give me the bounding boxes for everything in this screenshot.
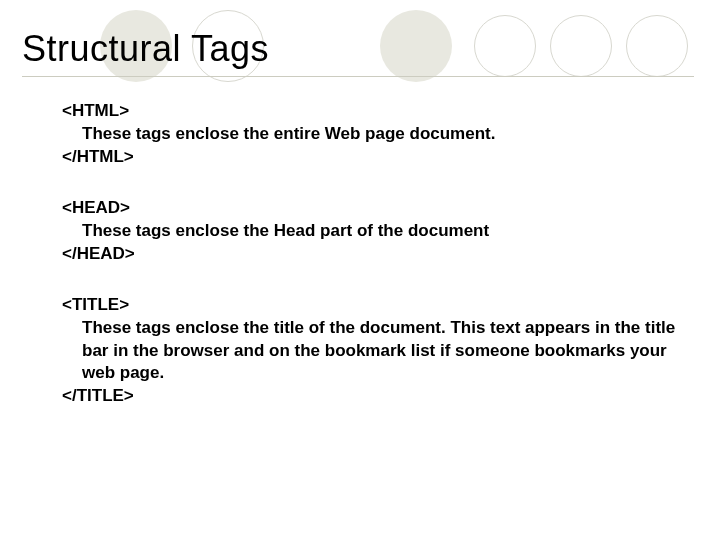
tag-description: These tags enclose the title of the docu…: [62, 317, 682, 386]
tag-block: <HEAD> These tags enclose the Head part …: [62, 197, 682, 266]
title-underline: [22, 76, 694, 77]
tag-description: These tags enclose the entire Web page d…: [62, 123, 682, 146]
tag-block: <TITLE> These tags enclose the title of …: [62, 294, 682, 409]
tag-close: </HEAD>: [62, 243, 682, 266]
tag-open: <HTML>: [62, 100, 682, 123]
decoration-circle: [380, 10, 452, 82]
tag-open: <HEAD>: [62, 197, 682, 220]
tag-close: </HTML>: [62, 146, 682, 169]
decoration-circle: [550, 15, 612, 77]
tag-close: </TITLE>: [62, 385, 682, 408]
tag-block: <HTML> These tags enclose the entire Web…: [62, 100, 682, 169]
tag-description: These tags enclose the Head part of the …: [62, 220, 682, 243]
decoration-circle: [474, 15, 536, 77]
decoration-circle: [626, 15, 688, 77]
content-area: <HTML> These tags enclose the entire Web…: [62, 100, 682, 408]
page-title: Structural Tags: [22, 28, 269, 70]
tag-open: <TITLE>: [62, 294, 682, 317]
